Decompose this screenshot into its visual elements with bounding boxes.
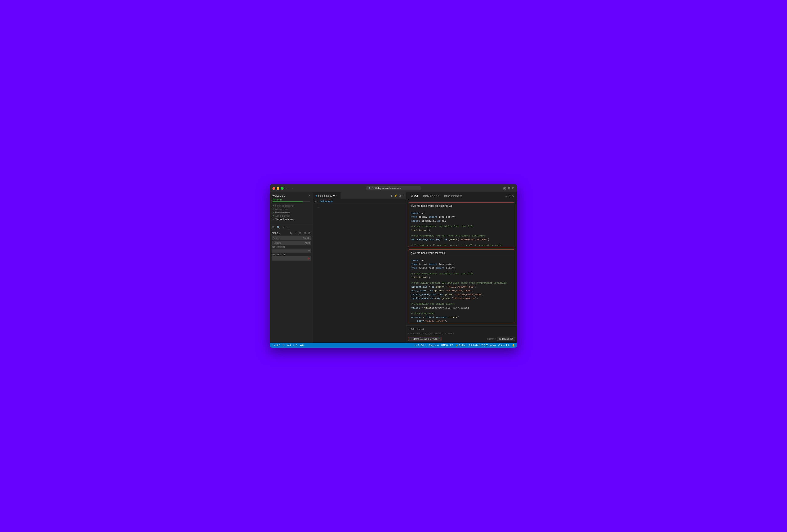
new-chat-button[interactable]: +: [505, 195, 507, 198]
bell-icon: 🔔: [512, 344, 515, 347]
breadcrumb-src: src: [315, 200, 318, 203]
codebase-label: codebase: [499, 338, 509, 340]
checklist-label: Finish onboarding: [275, 205, 293, 207]
run-button[interactable]: ▶: [391, 194, 393, 197]
nav-buttons: ‹ ›: [287, 186, 294, 190]
settings-icon[interactable]: ⚙: [512, 187, 514, 190]
search-options: Aa ab .*: [303, 237, 313, 239]
status-interpreter[interactable]: 3.9.6 64-bit ('3.9.6': pyenv): [469, 344, 496, 347]
cursor-type-label: Cursor Tab: [498, 344, 510, 346]
status-bell[interactable]: 🔔: [512, 344, 515, 347]
list-icon-btn[interactable]: ≡: [294, 231, 297, 235]
search-icon-btn[interactable]: 🔍: [276, 226, 281, 229]
sidebar-divider-1: [270, 223, 313, 223]
submit-label: submit ↑: [487, 338, 496, 340]
minimize-dot[interactable]: [277, 187, 279, 190]
tab-close-button[interactable]: ✕: [336, 194, 338, 197]
more-options-btn[interactable]: ···: [402, 194, 404, 197]
cursor-label: Ln 1, Col 1: [414, 344, 426, 346]
chevron-down-icon[interactable]: ⌄: [286, 226, 290, 229]
refresh-icon-btn[interactable]: ↻: [289, 231, 293, 235]
progress-bar-fill: [273, 201, 303, 202]
chat-hint-text: Ask followup (⌘Y), @ to mention, ↑ to se…: [408, 332, 515, 336]
sidebar-close-button[interactable]: ✕: [308, 194, 310, 197]
chat-model-bar: ← Llama 3.3 Instruct (70B) ▾ submit ↑ co…: [408, 336, 515, 341]
search-input[interactable]: [273, 237, 302, 239]
checklist-item-finish-onboarding[interactable]: ✓ Finish onboarding: [273, 204, 310, 207]
chat-message-assemblyai: give me hello world for assemblyai impor…: [408, 202, 515, 247]
collapse-icon-btn[interactable]: ⊟: [298, 231, 302, 235]
chat-close-button[interactable]: ✕: [512, 195, 514, 198]
debug-button[interactable]: ⚡: [394, 194, 398, 197]
filter-icon-btn[interactable]: ⧉: [307, 231, 311, 235]
checklist-label: Accept a tab: [275, 208, 288, 210]
forward-button[interactable]: ›: [291, 186, 294, 190]
replace-all-btn[interactable]: ⧉: [308, 241, 310, 244]
ports-label: ⇌ 0: [300, 344, 304, 347]
split-editor-btn[interactable]: ⊡: [399, 194, 401, 197]
status-spaces[interactable]: Spaces: 4: [428, 344, 439, 347]
tab-composer[interactable]: COMPOSER: [421, 192, 442, 200]
files-include-input[interactable]: ⊞: [272, 249, 311, 253]
status-sync[interactable]: ↻: [282, 344, 284, 347]
breadcrumb-file: hello-sms.py: [320, 200, 333, 203]
chat-query-twilio: give me hello world for twilio: [408, 250, 515, 256]
branch-icon-btn[interactable]: ⑂: [282, 226, 285, 229]
tab-filename: hello-sms.py: [318, 194, 332, 197]
errors-label: ⊗ 0: [287, 344, 291, 347]
status-eol[interactable]: LF: [450, 344, 453, 347]
chat-header-right: + ↺ ✕: [505, 195, 514, 198]
checklist-item-prompt-edit[interactable]: ✓ Prompt an edit: [273, 211, 310, 214]
status-errors[interactable]: ⊗ 0: [287, 344, 291, 347]
status-ports[interactable]: ⇌ 0: [300, 344, 304, 347]
status-cursor-type[interactable]: Cursor Tab: [498, 344, 510, 347]
chat-message-twilio: give me hello world for twilio import os…: [408, 250, 515, 323]
check-icon: ✓: [273, 208, 274, 210]
app-window: ‹ › 🔍 birthday-reminder-service ▣ ⊞ ⚙ WE…: [270, 184, 517, 348]
expand-icon-btn[interactable]: ⊞: [303, 231, 307, 235]
sidebar: WELCOME ✕ 80% done ✓ Finish onboarding ✓…: [270, 192, 313, 343]
close-dot[interactable]: [273, 187, 275, 190]
titlebar-right-icons: ▣ ⊞ ⚙: [503, 187, 514, 190]
tab-bug-finder[interactable]: BUG FINDER: [442, 192, 464, 200]
editor-tab-hello-sms[interactable]: ◆ hello-sms.py U ✕: [313, 192, 341, 199]
line-number: 1: [313, 206, 321, 208]
checklist-item-accept-tab[interactable]: ✓ Accept a tab: [273, 207, 310, 211]
editor-content[interactable]: 1: [313, 204, 406, 343]
status-language[interactable]: ⚡ Python: [455, 344, 466, 347]
whole-word-btn[interactable]: ab: [306, 237, 310, 239]
case-sensitive-btn[interactable]: Aa: [303, 237, 306, 239]
tab-chat[interactable]: CHAT: [409, 192, 421, 200]
regex-btn[interactable]: .*: [310, 237, 313, 239]
back-button[interactable]: ‹: [287, 186, 290, 190]
add-context-button[interactable]: + Add context: [408, 327, 515, 332]
checklist-item-ask-question[interactable]: ✓ Ask a question: [273, 214, 310, 217]
copy-icon-btn[interactable]: ⧉: [272, 225, 275, 229]
branch-icon: ⑂: [272, 344, 274, 346]
search-section-header: SEAR... ↻ ≡ ⊟ ⊞ ⧉: [272, 230, 311, 236]
spaces-label: Spaces: 4: [428, 344, 439, 346]
maximize-dot[interactable]: [281, 187, 283, 190]
replace-row: Replace AB ⧉: [272, 241, 311, 245]
files-exclude-clear-btn[interactable]: ⊗: [308, 257, 310, 260]
codebase-button[interactable]: codebase ⌘↑: [497, 337, 515, 341]
check-icon: ✓: [273, 215, 274, 217]
checklist-label: Ask a question: [275, 214, 290, 217]
code-line-1: 1: [313, 205, 406, 209]
sidebar-toolbar: ⧉ 🔍 ⑂ ⌄: [270, 224, 313, 230]
encoding-label: UTF-8: [441, 344, 448, 346]
checklist-item-chat[interactable]: ○ Chat with your co...: [273, 217, 310, 221]
layout-icon[interactable]: ⊞: [508, 187, 510, 190]
files-include-options-btn[interactable]: ⊞: [308, 249, 310, 252]
title-search[interactable]: 🔍 birthday-reminder-service: [366, 186, 421, 190]
sidebar-toggle-icon[interactable]: ▣: [503, 187, 506, 190]
breadcrumb-arrow-icon: ›: [319, 200, 319, 203]
model-selector[interactable]: ← Llama 3.3 Instruct (70B) ▾: [408, 337, 442, 341]
status-encoding[interactable]: UTF-8: [441, 344, 448, 347]
status-branch[interactable]: ⑂ main*: [272, 344, 280, 346]
status-cursor[interactable]: Ln 1, Col 1: [414, 344, 426, 347]
replace-one-btn[interactable]: AB: [304, 241, 307, 244]
status-warnings[interactable]: ⚠ 0: [293, 344, 297, 347]
chat-history-button[interactable]: ↺: [508, 195, 511, 198]
chat-code-assemblyai: import os from dotenv import load_dotenv…: [408, 209, 515, 247]
